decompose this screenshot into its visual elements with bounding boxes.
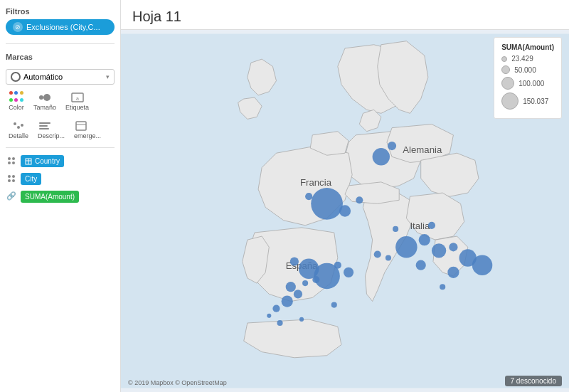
svg-point-5 bbox=[17, 126, 20, 129]
divider-1 bbox=[6, 43, 115, 44]
country-label: Country bbox=[35, 157, 60, 165]
svg-point-23 bbox=[299, 259, 319, 279]
marcas-section: Marcas Automático ▾ C bbox=[6, 53, 115, 203]
svg-rect-10 bbox=[76, 122, 86, 130]
sum-label: SUMA(Amount) bbox=[25, 193, 75, 201]
lock-icon: 🔗 bbox=[6, 191, 17, 201]
country-row: Country bbox=[6, 154, 115, 167]
size-label: Tamaño bbox=[33, 104, 56, 111]
label-icon: a bbox=[70, 91, 85, 104]
main-content: Hoja 11 bbox=[121, 0, 569, 392]
svg-point-45 bbox=[374, 250, 381, 258]
svg-point-35 bbox=[373, 148, 390, 165]
sum-row: 🔗 SUMA(Amount) bbox=[6, 189, 115, 203]
emerge-label: emerge... bbox=[74, 132, 101, 139]
table-icon bbox=[25, 158, 32, 165]
svg-point-19 bbox=[286, 282, 296, 292]
city-pill[interactable]: City bbox=[21, 173, 41, 185]
svg-point-37 bbox=[395, 236, 417, 258]
legend-circle-3 bbox=[501, 77, 514, 90]
sidebar: Filtros ⊘ Exclusiones (City,C... Marcas … bbox=[0, 0, 121, 392]
filter-text: Exclusiones (City,C... bbox=[26, 23, 100, 31]
legend-circle-2 bbox=[501, 65, 510, 74]
detail-icon bbox=[11, 120, 26, 132]
italia-label: Italia bbox=[410, 221, 430, 231]
legend-box: SUMA(Amount) 23.429 50.000 100.000 150.0… bbox=[494, 37, 562, 119]
svg-point-33 bbox=[339, 205, 351, 216]
svg-point-43 bbox=[393, 226, 398, 232]
desc-label: Descrip... bbox=[38, 132, 65, 139]
svg-point-0 bbox=[39, 95, 43, 100]
country-pill[interactable]: Country bbox=[21, 155, 64, 167]
desc-button[interactable]: Descrip... bbox=[35, 117, 68, 142]
svg-point-38 bbox=[419, 234, 430, 245]
unknown-badge: 7 desconocido bbox=[505, 376, 563, 386]
francia-label: Francia bbox=[300, 177, 332, 188]
color-button[interactable]: Color bbox=[6, 89, 27, 113]
svg-rect-8 bbox=[39, 125, 48, 127]
svg-text:a: a bbox=[76, 96, 79, 101]
filtros-section: Filtros ⊘ Exclusiones (City,C... bbox=[6, 7, 115, 35]
legend-circle-1 bbox=[501, 56, 507, 62]
mark-type-select[interactable]: Automático ▾ bbox=[6, 69, 115, 85]
detail-label: Detalle bbox=[9, 132, 28, 139]
filtros-label: Filtros bbox=[6, 7, 115, 16]
legend-value-3: 100.000 bbox=[519, 80, 544, 88]
svg-point-40 bbox=[449, 243, 457, 251]
svg-rect-7 bbox=[39, 122, 50, 124]
svg-point-42 bbox=[428, 222, 435, 229]
color-label: Color bbox=[9, 104, 24, 111]
svg-point-6 bbox=[21, 124, 23, 127]
color-icon bbox=[9, 91, 24, 104]
city-row: City bbox=[6, 171, 115, 185]
svg-point-31 bbox=[311, 188, 343, 220]
sum-pill[interactable]: SUMA(Amount) bbox=[21, 191, 79, 203]
legend-value-2: 50.000 bbox=[514, 66, 536, 74]
svg-rect-9 bbox=[39, 128, 49, 129]
svg-point-48 bbox=[447, 267, 459, 278]
legend-value-1: 23.429 bbox=[511, 55, 533, 63]
chevron-down-icon: ▾ bbox=[106, 73, 110, 80]
mark-buttons-row2: Detalle Descrip... emerge... bbox=[6, 117, 115, 142]
svg-point-39 bbox=[432, 243, 446, 258]
map-attribution: © 2019 Mapbox © OpenStreetMap bbox=[128, 379, 227, 386]
detail-button[interactable]: Detalle bbox=[6, 117, 31, 142]
map-header: Hoja 11 bbox=[121, 0, 569, 30]
mark-type-label: Automático bbox=[23, 73, 63, 81]
legend-item-1: 23.429 bbox=[501, 55, 554, 63]
marcas-label: Marcas bbox=[6, 53, 115, 61]
circle-icon bbox=[11, 72, 21, 82]
svg-point-30 bbox=[267, 314, 271, 318]
svg-point-25 bbox=[334, 262, 341, 269]
size-button[interactable]: Tamaño bbox=[31, 89, 59, 113]
map-area[interactable]: Alemania Francia Italia España P bbox=[121, 30, 569, 392]
svg-point-4 bbox=[14, 122, 16, 125]
svg-point-36 bbox=[388, 142, 396, 150]
size-icon bbox=[37, 91, 53, 104]
legend-value-4: 150.037 bbox=[523, 97, 548, 105]
legend-item-3: 100.000 bbox=[501, 77, 554, 90]
svg-point-17 bbox=[282, 295, 293, 307]
svg-point-20 bbox=[302, 280, 308, 286]
mark-buttons-row1: Color Tamaño a Etiqueta bbox=[6, 89, 115, 113]
legend-item-2: 50.000 bbox=[501, 65, 554, 74]
legend-circle-4 bbox=[501, 92, 519, 110]
filter-pill[interactable]: ⊘ Exclusiones (City,C... bbox=[6, 19, 115, 35]
map-title: Hoja 11 bbox=[132, 9, 558, 25]
svg-point-29 bbox=[277, 320, 282, 326]
svg-point-16 bbox=[272, 305, 280, 312]
svg-point-27 bbox=[331, 302, 337, 308]
svg-point-1 bbox=[43, 94, 50, 101]
label-label: Etiqueta bbox=[65, 104, 89, 111]
svg-point-18 bbox=[294, 290, 302, 298]
legend-item-4: 150.037 bbox=[501, 92, 554, 110]
svg-point-34 bbox=[356, 196, 363, 203]
label-button[interactable]: a Etiqueta bbox=[63, 89, 92, 113]
svg-point-47 bbox=[416, 260, 426, 270]
dots-icon-country bbox=[6, 157, 17, 164]
legend-title: SUMA(Amount) bbox=[501, 43, 554, 51]
svg-point-28 bbox=[299, 317, 304, 322]
svg-point-32 bbox=[305, 193, 312, 200]
emerge-button[interactable]: emerge... bbox=[71, 117, 104, 142]
dots-icon-city bbox=[6, 175, 17, 182]
